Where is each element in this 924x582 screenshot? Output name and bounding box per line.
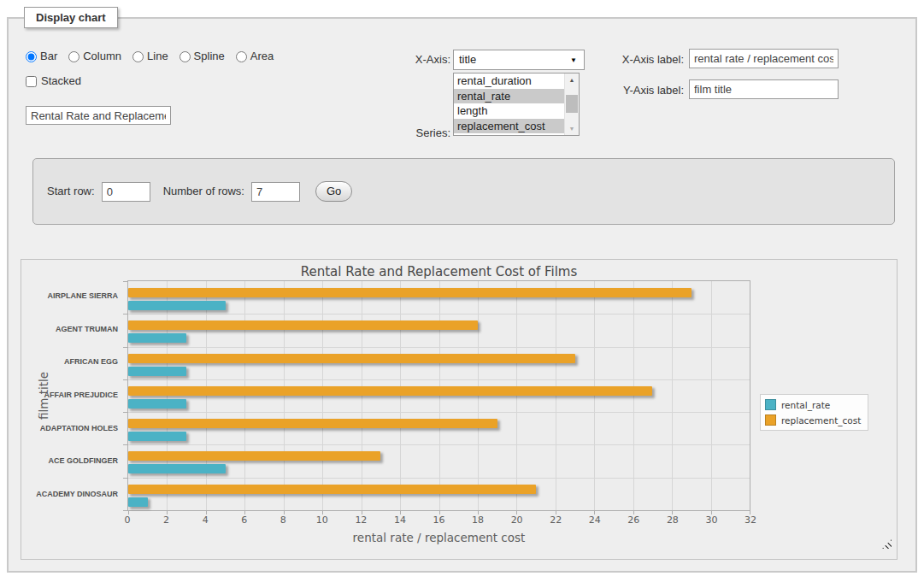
bar-rental_rate — [128, 367, 186, 376]
bar-group — [128, 314, 750, 346]
category-label: ADAPTATION HOLES — [21, 424, 118, 432]
legend-item-replacement_cost[interactable]: replacement_cost — [765, 414, 861, 426]
x-axis-selected-value: title — [459, 53, 476, 66]
x-tick-label: 14 — [394, 514, 406, 526]
chart-type-option-bar[interactable]: Bar — [26, 50, 57, 63]
radio-label: Bar — [40, 50, 57, 63]
series-option-length[interactable]: length — [454, 103, 564, 119]
bar-rental_rate — [128, 333, 186, 343]
category-label: AFFAIR PREJUDICE — [21, 391, 118, 399]
chart-legend-items: rental_ratereplacement_cost — [765, 399, 861, 426]
x-tick-label: 24 — [589, 514, 601, 526]
bar-rental_rate — [128, 399, 186, 409]
scroll-down-button[interactable]: ▼ — [565, 122, 579, 135]
legend-label: replacement_cost — [781, 415, 861, 426]
chart-type-radio-bar[interactable] — [26, 51, 37, 62]
x-tick-label: 10 — [316, 514, 328, 526]
x-tick-label: 8 — [280, 514, 286, 526]
scrollbar-thumb[interactable] — [566, 95, 578, 113]
x-tick-label: 32 — [744, 514, 756, 526]
x-tick-label: 6 — [241, 514, 247, 526]
x-axis-title: rental rate / replacement cost — [127, 531, 750, 544]
bar-replacement_cost — [128, 386, 652, 396]
stacked-checkbox-row[interactable]: Stacked — [26, 74, 81, 88]
radio-label: Line — [147, 50, 168, 63]
stacked-label: Stacked — [41, 74, 81, 88]
x-axis-label-input[interactable] — [689, 49, 839, 68]
legend-label: rental_rate — [781, 400, 830, 410]
chart-type-option-line[interactable]: Line — [132, 50, 168, 63]
x-tick-label: 22 — [550, 514, 562, 526]
series-select-label: Series: — [376, 126, 450, 140]
start-row-input[interactable] — [102, 182, 150, 202]
bar-group — [128, 379, 750, 412]
chart-type-option-area[interactable]: Area — [236, 50, 274, 63]
chart-panel: Rental Rate and Replacement Cost of Film… — [21, 259, 898, 560]
x-tick-labels: 02468101214161820222426283032 — [127, 514, 750, 526]
legend-item-rental_rate[interactable]: rental_rate — [765, 399, 861, 410]
bar-group — [128, 478, 750, 510]
chart-legend: rental_ratereplacement_cost — [760, 394, 868, 431]
go-button[interactable]: Go — [315, 181, 352, 202]
bar-group — [128, 444, 750, 477]
radio-label: Spline — [194, 50, 225, 63]
resize-handle-icon[interactable] — [882, 539, 892, 549]
x-tick-label: 18 — [472, 514, 484, 526]
bar-group — [128, 347, 750, 379]
radio-label: Column — [83, 50, 121, 63]
series-listbox-options: rental_durationrental_ratelengthreplacem… — [454, 73, 564, 135]
category-label: AFRICAN EGG — [21, 357, 118, 366]
y-axis-label-field-label: Y-Axis label: — [556, 84, 684, 97]
y-tick-mark — [123, 510, 128, 511]
bar-replacement_cost — [128, 320, 478, 330]
x-tick-label: 0 — [125, 514, 131, 526]
y-axis-label-input[interactable] — [689, 79, 839, 99]
num-rows-input[interactable] — [251, 182, 300, 202]
x-tick-label: 12 — [355, 514, 367, 526]
x-tick-label: 16 — [433, 514, 445, 526]
series-option-replacement_cost[interactable]: replacement_cost — [454, 119, 564, 134]
chart-type-option-column[interactable]: Column — [68, 50, 121, 63]
x-tick-label: 20 — [511, 514, 523, 526]
x-tick-label: 30 — [705, 514, 717, 526]
chart-title: Rental Rate and Replacement Cost of Film… — [127, 264, 750, 279]
bar-replacement_cost — [128, 451, 380, 461]
chart-type-option-spline[interactable]: Spline — [180, 50, 225, 63]
chart-type-radio-area[interactable] — [236, 51, 247, 62]
radio-label: Area — [250, 50, 274, 63]
plot-area — [127, 280, 750, 511]
rows-panel: Start row: Number of rows: Go — [32, 158, 895, 225]
chart-title-input[interactable] — [26, 106, 171, 125]
series-option-rental_rate[interactable]: rental_rate — [454, 89, 564, 104]
legend-swatch — [765, 399, 776, 410]
x-tick-label: 26 — [627, 514, 639, 526]
legend-swatch — [765, 414, 776, 426]
category-label: ACE GOLDFINGER — [21, 456, 118, 465]
bar-rental_rate — [128, 432, 186, 441]
chart-type-radios: BarColumnLineSplineArea — [26, 50, 274, 63]
category-label: AGENT TRUMAN — [21, 325, 118, 333]
bar-rental_rate — [128, 497, 148, 507]
x-axis-label-field-label: X-Axis label: — [556, 53, 684, 67]
series-listbox[interactable]: rental_durationrental_ratelengthreplacem… — [453, 73, 580, 136]
stacked-checkbox[interactable] — [26, 76, 37, 87]
y-category-labels: AIRPLANE SIERRAAGENT TRUMANAFRICAN EGGAF… — [21, 280, 122, 511]
bar-replacement_cost — [128, 288, 692, 297]
category-label: AIRPLANE SIERRA — [21, 291, 118, 300]
chart-type-radio-spline[interactable] — [180, 51, 191, 62]
chart-type-radio-line[interactable] — [132, 51, 144, 62]
fieldset-legend: Display chart — [24, 7, 118, 28]
x-tick-label: 4 — [203, 514, 209, 526]
bar-rental_rate — [128, 301, 226, 310]
series-option-rental_duration[interactable]: rental_duration — [454, 73, 564, 89]
bar-group — [128, 281, 750, 314]
series-scrollbar[interactable]: ▲ ▼ — [564, 73, 579, 135]
display-chart-fieldset: Display chart BarColumnLineSplineArea St… — [7, 17, 917, 573]
x-axis-select-label: X-Axis: — [376, 53, 450, 67]
x-tick-label: 2 — [163, 514, 169, 526]
chart-type-radio-column[interactable] — [68, 51, 79, 62]
num-rows-label: Number of rows: — [163, 185, 244, 198]
category-label: ACADEMY DINOSAUR — [21, 490, 118, 498]
bar-replacement_cost — [128, 354, 575, 363]
start-row-label: Start row: — [47, 185, 95, 198]
